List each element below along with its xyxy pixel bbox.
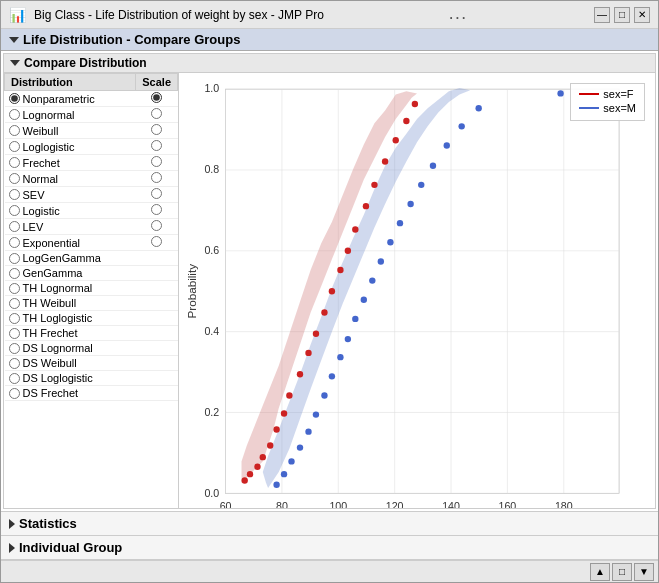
scale-cell xyxy=(136,235,178,251)
svg-point-33 xyxy=(247,471,253,477)
dist-radio-17[interactable] xyxy=(9,358,20,369)
individual-group-expand-icon[interactable] xyxy=(9,543,15,553)
dist-radio-19[interactable] xyxy=(9,388,20,399)
svg-text:60: 60 xyxy=(220,500,232,508)
scale-cell xyxy=(136,187,178,203)
dist-radio-3[interactable] xyxy=(9,141,20,152)
section-collapse-icon[interactable] xyxy=(9,37,19,43)
dist-cell: DS Weibull xyxy=(5,356,136,371)
svg-point-53 xyxy=(412,101,418,107)
dist-radio-16[interactable] xyxy=(9,343,20,354)
content-area: Compare Distribution Distribution Scale xyxy=(1,51,658,560)
dist-radio-4[interactable] xyxy=(9,157,20,168)
svg-point-65 xyxy=(361,297,367,303)
dist-radio-15[interactable] xyxy=(9,328,20,339)
dist-radio-9[interactable] xyxy=(9,237,20,248)
svg-point-75 xyxy=(476,105,482,111)
svg-point-44 xyxy=(329,288,335,294)
dist-row: GenGamma xyxy=(5,266,178,281)
close-button[interactable]: ✕ xyxy=(634,7,650,23)
main-window: 📊 Big Class - Life Distribution of weigh… xyxy=(0,0,659,583)
svg-point-41 xyxy=(305,350,311,356)
individual-group-section[interactable]: Individual Group xyxy=(1,536,658,560)
svg-point-71 xyxy=(418,182,424,188)
scale-radio-2[interactable] xyxy=(151,124,162,135)
scroll-up-button[interactable]: ▲ xyxy=(590,563,610,581)
svg-point-38 xyxy=(281,410,287,416)
scale-radio-0[interactable] xyxy=(151,92,162,103)
minimize-button[interactable]: — xyxy=(594,7,610,23)
dist-radio-18[interactable] xyxy=(9,373,20,384)
dist-radio-14[interactable] xyxy=(9,313,20,324)
dist-radio-1[interactable] xyxy=(9,109,20,120)
dist-name: Logistic xyxy=(23,205,60,217)
dist-radio-2[interactable] xyxy=(9,125,20,136)
main-panel: Life Distribution - Compare Groups Compa… xyxy=(1,29,658,560)
scale-radio-7[interactable] xyxy=(151,204,162,215)
svg-point-63 xyxy=(345,336,351,342)
dist-radio-11[interactable] xyxy=(9,268,20,279)
dist-row: TH Loglogistic xyxy=(5,311,178,326)
dist-cell: LEV xyxy=(5,219,136,235)
svg-point-64 xyxy=(352,316,358,322)
maximize-button[interactable]: □ xyxy=(614,7,630,23)
compare-dist-title: Compare Distribution xyxy=(24,56,147,70)
scale-cell xyxy=(136,171,178,187)
statistics-expand-icon[interactable] xyxy=(9,519,15,529)
title-bar: 📊 Big Class - Life Distribution of weigh… xyxy=(1,1,658,29)
statistics-section[interactable]: Statistics xyxy=(1,512,658,536)
dist-cell: Exponential xyxy=(5,235,136,251)
section-header: Life Distribution - Compare Groups xyxy=(1,29,658,51)
svg-text:0.0: 0.0 xyxy=(204,487,219,499)
scale-cell xyxy=(136,296,178,311)
dist-cell: SEV xyxy=(5,187,136,203)
scale-radio-1[interactable] xyxy=(151,108,162,119)
legend-item-m: sex=M xyxy=(579,102,636,114)
scale-radio-5[interactable] xyxy=(151,172,162,183)
scale-radio-3[interactable] xyxy=(151,140,162,151)
scale-radio-8[interactable] xyxy=(151,220,162,231)
svg-text:1.0: 1.0 xyxy=(204,82,219,94)
svg-point-55 xyxy=(281,471,287,477)
scroll-down-button[interactable]: ▼ xyxy=(634,563,654,581)
dist-radio-12[interactable] xyxy=(9,283,20,294)
svg-point-61 xyxy=(329,373,335,379)
svg-point-43 xyxy=(321,309,327,315)
dist-name: TH Loglogistic xyxy=(23,312,93,324)
scale-radio-4[interactable] xyxy=(151,156,162,167)
scale-cell xyxy=(136,341,178,356)
dist-radio-7[interactable] xyxy=(9,205,20,216)
dist-cell: TH Weibull xyxy=(5,296,136,311)
dist-radio-6[interactable] xyxy=(9,189,20,200)
dist-row: Loglogistic xyxy=(5,139,178,155)
dist-radio-5[interactable] xyxy=(9,173,20,184)
svg-point-32 xyxy=(242,477,248,483)
scale-radio-9[interactable] xyxy=(151,236,162,247)
dist-radio-8[interactable] xyxy=(9,221,20,232)
menu-dots[interactable]: ... xyxy=(449,8,468,22)
scale-cell xyxy=(136,266,178,281)
scroll-square-button[interactable]: □ xyxy=(612,563,632,581)
compare-dist-collapse-icon[interactable] xyxy=(10,60,20,66)
dist-row: Logistic xyxy=(5,203,178,219)
dist-row: TH Frechet xyxy=(5,326,178,341)
scale-radio-6[interactable] xyxy=(151,188,162,199)
scale-cell xyxy=(136,123,178,139)
svg-point-36 xyxy=(267,442,273,448)
dist-radio-13[interactable] xyxy=(9,298,20,309)
dist-radio-10[interactable] xyxy=(9,253,20,264)
dist-row: DS Weibull xyxy=(5,356,178,371)
dist-name: Weibull xyxy=(23,125,59,137)
dist-name: Loglogistic xyxy=(23,141,75,153)
dist-row: Exponential xyxy=(5,235,178,251)
dist-row: LEV xyxy=(5,219,178,235)
dist-cell: TH Frechet xyxy=(5,326,136,341)
svg-point-47 xyxy=(352,226,358,232)
dist-radio-0[interactable] xyxy=(9,93,20,104)
scale-cell xyxy=(136,203,178,219)
status-bar: ▲ □ ▼ xyxy=(1,560,658,582)
dist-name: SEV xyxy=(23,189,45,201)
dist-row: Lognormal xyxy=(5,107,178,123)
dist-name: TH Lognormal xyxy=(23,282,93,294)
individual-group-label: Individual Group xyxy=(19,540,122,555)
